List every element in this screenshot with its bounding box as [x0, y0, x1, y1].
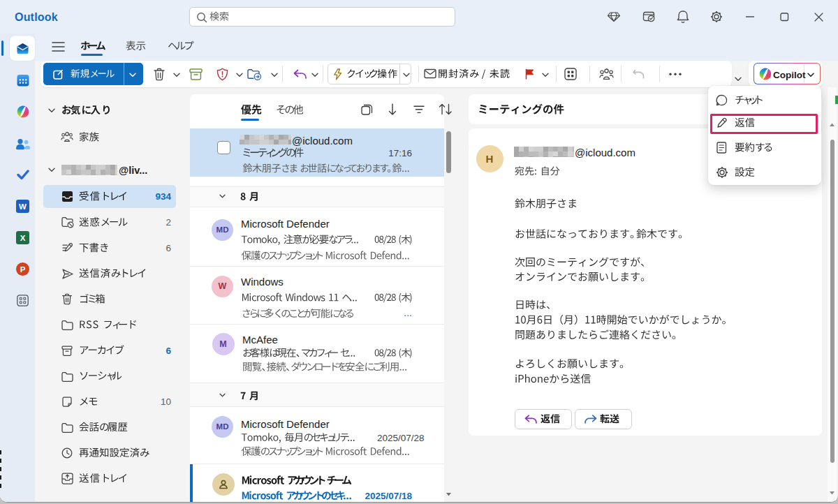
svg-text:P: P — [20, 265, 26, 274]
svg-text:W: W — [19, 202, 27, 211]
svg-text:X: X — [20, 234, 26, 242]
